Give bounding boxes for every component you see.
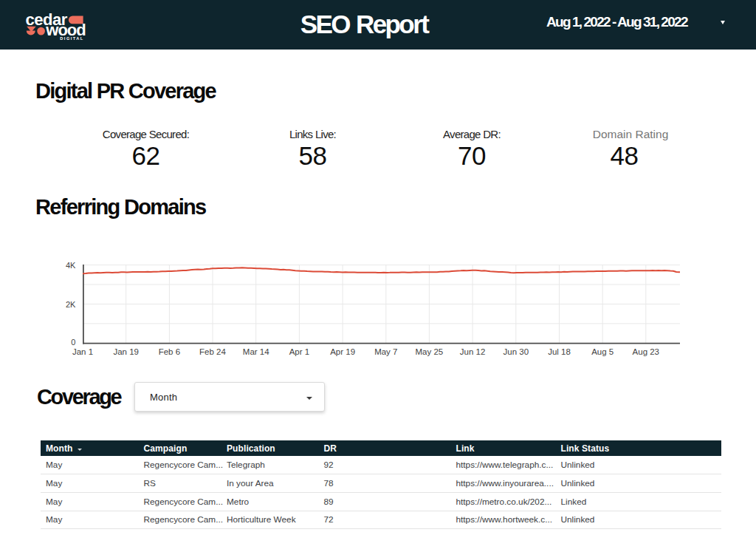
svg-text:May 7: May 7 (374, 347, 397, 356)
svg-text:May 25: May 25 (416, 347, 444, 356)
svg-text:Jun 30: Jun 30 (504, 347, 529, 356)
svg-text:Jun 12: Jun 12 (460, 347, 486, 356)
svg-text:0: 0 (71, 338, 75, 347)
svg-text:Apr 1: Apr 1 (289, 347, 310, 356)
svg-text:Jul 18: Jul 18 (548, 347, 571, 356)
svg-text:Apr 19: Apr 19 (330, 347, 355, 356)
svg-text:DIGITAL: DIGITAL (60, 36, 83, 41)
svg-text:4K: 4K (66, 261, 76, 270)
svg-text:Jan 1: Jan 1 (72, 347, 93, 356)
svg-text:Jan 19: Jan 19 (113, 347, 139, 356)
svg-text:Aug 23: Aug 23 (633, 347, 659, 356)
svg-text:Mar 14: Mar 14 (243, 347, 269, 356)
svg-text:2K: 2K (66, 300, 76, 309)
svg-text:Feb 6: Feb 6 (159, 347, 180, 356)
svg-text:Aug 5: Aug 5 (591, 347, 614, 356)
svg-text:Feb 24: Feb 24 (199, 347, 226, 356)
